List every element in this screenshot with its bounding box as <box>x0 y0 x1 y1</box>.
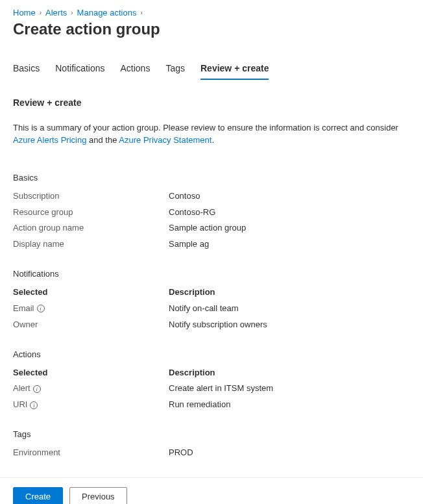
link-azure-privacy-statement[interactable]: Azure Privacy Statement <box>119 135 212 145</box>
tab-review-create[interactable]: Review + create <box>200 58 269 80</box>
header-selected: Selected <box>13 286 169 299</box>
label-owner: Owner <box>13 319 169 331</box>
header-selected: Selected <box>13 367 169 379</box>
label-display-name: Display name <box>13 238 169 251</box>
label-resource-group: Resource group <box>13 207 169 219</box>
table-row: Display name Sample ag <box>13 238 410 251</box>
value-action-group-name: Sample action group <box>169 222 246 234</box>
label-alert: Alert <box>13 383 30 395</box>
tab-notifications[interactable]: Notifications <box>55 58 104 80</box>
tab-basics[interactable]: Basics <box>13 58 40 80</box>
notifications-section: Notifications Selected Description Email… <box>13 269 410 331</box>
intro-text: This is a summary of your action group. … <box>13 122 410 147</box>
link-azure-alerts-pricing[interactable]: Azure Alerts Pricing <box>13 135 86 145</box>
table-row: Environment PROD <box>13 447 410 459</box>
table-header: Selected Description <box>13 286 410 299</box>
header-description: Description <box>169 286 215 299</box>
tabs: Basics Notifications Actions Tags Review… <box>13 58 410 81</box>
tags-title: Tags <box>13 429 410 439</box>
value-resource-group: Contoso-RG <box>169 207 215 219</box>
label-environment: Environment <box>13 447 169 459</box>
info-icon[interactable] <box>33 385 41 393</box>
basics-section: Basics Subscription Contoso Resource gro… <box>13 173 410 251</box>
table-row: Subscription Contoso <box>13 190 410 203</box>
value-email: Notify on-call team <box>169 303 239 315</box>
table-row: Owner Notify subscription owners <box>13 319 410 331</box>
chevron-right-icon: › <box>140 9 142 16</box>
chevron-right-icon: › <box>40 9 42 16</box>
header-description: Description <box>169 367 215 379</box>
table-header: Selected Description <box>13 367 410 379</box>
review-heading: Review + create <box>13 97 410 108</box>
chevron-right-icon: › <box>71 9 73 16</box>
previous-button[interactable]: Previous <box>69 487 127 504</box>
label-action-group-name: Action group name <box>13 222 169 234</box>
value-subscription: Contoso <box>169 190 200 203</box>
label-uri: URI <box>13 399 27 411</box>
footer: Create Previous <box>0 477 423 504</box>
breadcrumb-alerts[interactable]: Alerts <box>45 8 67 18</box>
basics-title: Basics <box>13 173 410 183</box>
value-owner: Notify subscription owners <box>169 319 267 331</box>
label-email: Email <box>13 303 34 315</box>
tab-tags[interactable]: Tags <box>165 58 185 80</box>
value-uri: Run remediation <box>169 399 230 411</box>
table-row: Alert Create alert in ITSM system <box>13 383 410 395</box>
label-subscription: Subscription <box>13 190 169 203</box>
table-row: Action group name Sample action group <box>13 222 410 234</box>
value-environment: PROD <box>169 447 193 459</box>
breadcrumb-home[interactable]: Home <box>13 8 36 18</box>
breadcrumb-manage-actions[interactable]: Manage actions <box>77 8 137 18</box>
create-button[interactable]: Create <box>13 487 63 504</box>
notifications-title: Notifications <box>13 269 410 279</box>
table-row: Email Notify on-call team <box>13 303 410 315</box>
table-row: Resource group Contoso-RG <box>13 207 410 219</box>
breadcrumb: Home › Alerts › Manage actions › <box>13 8 410 18</box>
info-icon[interactable] <box>30 401 38 409</box>
actions-title: Actions <box>13 349 410 359</box>
page-title: Create action group <box>13 20 410 38</box>
table-row: URI Run remediation <box>13 399 410 411</box>
actions-section: Actions Selected Description Alert Creat… <box>13 349 410 412</box>
value-display-name: Sample ag <box>169 238 209 251</box>
tab-actions[interactable]: Actions <box>121 58 151 80</box>
info-icon[interactable] <box>37 305 45 312</box>
tags-section: Tags Environment PROD <box>13 429 410 459</box>
value-alert: Create alert in ITSM system <box>169 383 273 395</box>
